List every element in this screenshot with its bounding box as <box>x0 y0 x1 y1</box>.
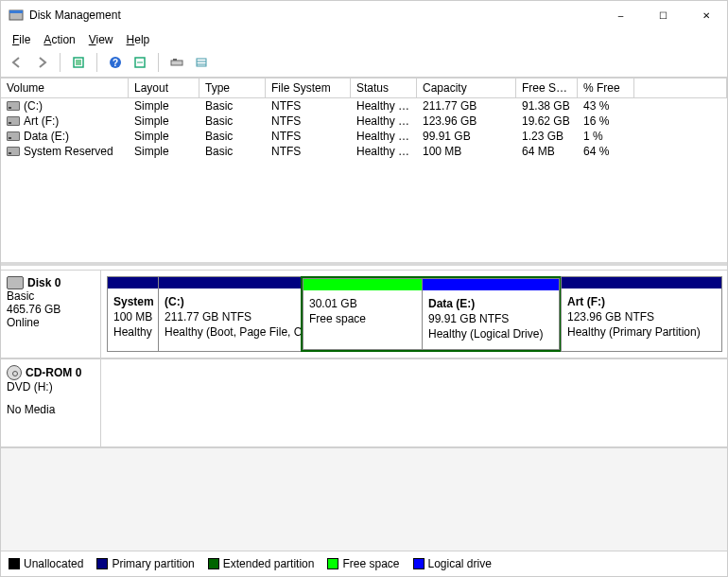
forward-button[interactable] <box>31 52 52 73</box>
cdrom-type: DVD (H:) <box>7 380 95 393</box>
legend-extended: Extended partition <box>208 557 315 570</box>
partition-free[interactable]: 30.01 GB Free space <box>303 278 423 350</box>
partition-c[interactable]: (C:) 211.77 GB NTFS Healthy (Boot, Page … <box>158 276 302 352</box>
svg-rect-9 <box>197 59 206 66</box>
app-icon <box>9 8 24 23</box>
col-type[interactable]: Type <box>199 79 266 97</box>
cdrom-icon <box>7 365 22 380</box>
disk-name: Disk 0 <box>27 276 61 289</box>
refresh-button[interactable] <box>68 52 89 73</box>
volume-name: Data (E:) <box>24 130 69 143</box>
legend: Unallocated Primary partition Extended p… <box>1 551 727 576</box>
toolbar-separator <box>60 53 61 72</box>
cell-pct: 43 % <box>578 98 634 114</box>
cdrom-state: No Media <box>7 403 95 416</box>
menu-bar: File Action View Help <box>1 29 727 50</box>
partition-color-bar <box>562 277 721 288</box>
volume-list-header: Volume Layout Type File System Status Ca… <box>1 78 727 98</box>
menu-view[interactable]: View <box>83 31 119 48</box>
extended-partition: 30.01 GB Free space Data (E:) 99.91 GB N… <box>301 276 561 352</box>
legend-free: Free space <box>327 557 399 570</box>
drive-icon <box>7 101 20 111</box>
cell-fs: NTFS <box>266 98 351 114</box>
cdrom-info: CD-ROM 0 DVD (H:) No Media <box>1 359 101 446</box>
action-button[interactable] <box>166 52 187 73</box>
minimize-button[interactable]: – <box>599 1 642 29</box>
partition-color-bar <box>159 277 301 288</box>
close-button[interactable]: ✕ <box>685 1 727 29</box>
cdrom-row[interactable]: CD-ROM 0 DVD (H:) No Media <box>1 358 727 447</box>
swatch-icon <box>327 558 338 569</box>
drive-icon <box>7 131 20 141</box>
col-volume[interactable]: Volume <box>1 79 129 97</box>
col-pctfree[interactable]: % Free <box>578 79 634 97</box>
svg-rect-3 <box>76 60 81 65</box>
cell-type: Basic <box>199 98 266 114</box>
cell-free: 91.38 GB <box>516 98 578 114</box>
volume-row[interactable]: Data (E:) Simple Basic NTFS Healthy (L..… <box>1 129 727 144</box>
list-button[interactable] <box>191 52 212 73</box>
maximize-button[interactable]: ☐ <box>642 1 685 29</box>
svg-rect-7 <box>171 61 182 65</box>
cell-capacity: 211.77 GB <box>417 98 516 114</box>
volume-row[interactable]: System Reserved Simple Basic NTFS Health… <box>1 144 727 159</box>
swatch-icon <box>96 558 108 569</box>
cdrom-empty <box>101 359 727 446</box>
volume-list-empty-area[interactable] <box>1 159 727 266</box>
legend-primary: Primary partition <box>96 557 194 570</box>
window-title: Disk Management <box>29 9 599 22</box>
swatch-icon <box>413 558 425 569</box>
disk-state: Online <box>7 316 95 329</box>
legend-logical: Logical drive <box>413 557 492 570</box>
partition-system[interactable]: System 100 MB Healthy <box>107 276 159 352</box>
disk-info: Disk 0 Basic 465.76 GB Online <box>1 271 101 358</box>
swatch-icon <box>9 558 20 569</box>
col-spacer <box>634 79 727 97</box>
volume-row[interactable]: (C:) Simple Basic NTFS Healthy (B... 211… <box>1 98 727 114</box>
partition-container: System 100 MB Healthy (C:) 211.77 GB NTF… <box>101 271 727 358</box>
cell-layout: Simple <box>129 98 199 114</box>
disk-size: 465.76 GB <box>7 303 95 316</box>
title-bar: Disk Management – ☐ ✕ <box>1 1 727 29</box>
bottom-spacer <box>1 447 727 551</box>
menu-action[interactable]: Action <box>38 31 80 48</box>
disk-type: Basic <box>7 289 95 303</box>
menu-help[interactable]: Help <box>121 31 156 48</box>
drive-icon <box>7 116 20 126</box>
settings-button[interactable] <box>130 52 150 73</box>
col-filesystem[interactable]: File System <box>266 79 351 97</box>
drive-icon <box>7 147 20 156</box>
toolbar-separator <box>158 53 159 72</box>
swatch-icon <box>208 558 219 569</box>
partition-art[interactable]: Art (F:) 123.96 GB NTFS Healthy (Primary… <box>561 276 722 352</box>
volume-list: (C:) Simple Basic NTFS Healthy (B... 211… <box>1 98 727 159</box>
svg-rect-1 <box>9 10 23 13</box>
volume-name: Art (F:) <box>24 114 59 128</box>
toolbar: ? <box>1 50 727 78</box>
partition-color-bar <box>303 279 422 290</box>
menu-file[interactable]: File <box>7 31 36 48</box>
svg-text:?: ? <box>113 58 118 68</box>
legend-unallocated: Unallocated <box>9 557 83 570</box>
col-status[interactable]: Status <box>351 79 417 97</box>
col-freespace[interactable]: Free Spa... <box>516 79 578 97</box>
col-layout[interactable]: Layout <box>129 79 199 97</box>
svg-rect-8 <box>173 59 177 61</box>
cell-status: Healthy (B... <box>351 98 417 114</box>
cdrom-name: CD-ROM 0 <box>26 366 81 379</box>
partition-color-bar <box>108 277 158 288</box>
volume-row[interactable]: Art (F:) Simple Basic NTFS Healthy (P...… <box>1 114 727 129</box>
volume-name: System Reserved <box>24 145 113 158</box>
partition-data[interactable]: Data (E:) 99.91 GB NTFS Healthy (Logical… <box>422 278 560 350</box>
col-capacity[interactable]: Capacity <box>417 79 516 97</box>
volume-name: (C:) <box>24 99 43 113</box>
help-button[interactable]: ? <box>105 52 126 73</box>
disk-row[interactable]: Disk 0 Basic 465.76 GB Online System 100… <box>1 270 727 358</box>
disk-icon <box>7 276 24 289</box>
toolbar-separator <box>96 53 97 72</box>
partition-color-bar <box>423 279 559 290</box>
back-button[interactable] <box>7 52 27 73</box>
disk-map-pane: Disk 0 Basic 465.76 GB Online System 100… <box>1 266 727 447</box>
